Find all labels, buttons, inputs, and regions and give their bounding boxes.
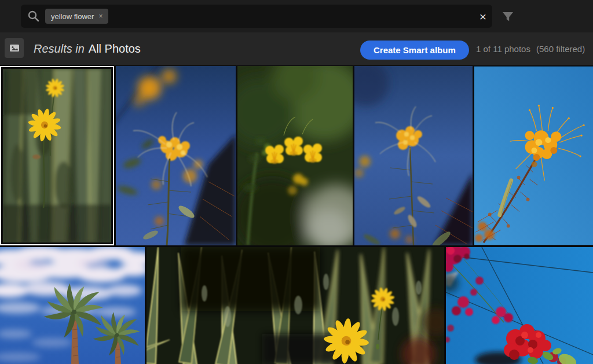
lightroom-search-results-screen: yellow flower × × Results inAll Photos C… <box>0 0 593 364</box>
search-input[interactable]: yellow flower × × <box>21 5 492 28</box>
chip-remove-icon[interactable]: × <box>98 13 103 20</box>
photo-thumbnail[interactable] <box>474 66 593 245</box>
results-scope: All Photos <box>89 42 141 55</box>
search-icon <box>27 10 40 23</box>
count-text: 1 of 11 photos <box>476 44 530 54</box>
photo-thumbnail[interactable] <box>0 247 145 364</box>
photo-thumbnail[interactable] <box>116 66 236 245</box>
filter-button[interactable] <box>500 10 515 24</box>
create-smart-album-button[interactable]: Create Smart album <box>360 41 469 60</box>
photo-thumbnail[interactable] <box>0 66 114 245</box>
results-header: Results inAll Photos Create Smart album … <box>0 32 593 65</box>
search-term-chip[interactable]: yellow flower × <box>45 9 108 24</box>
photo-icon <box>9 43 20 53</box>
funnel-icon <box>502 12 514 23</box>
search-bar: yellow flower × × <box>0 0 593 32</box>
clear-search-button[interactable]: × <box>479 10 486 23</box>
filtered-count: (560 filtered) <box>536 44 585 54</box>
photo-count: 1 of 11 photos(560 filtered) <box>476 32 585 65</box>
page-title: Results inAll Photos <box>34 32 141 65</box>
search-term-label: yellow flower <box>51 12 94 21</box>
photo-thumbnail[interactable] <box>237 66 353 245</box>
photo-thumbnail[interactable] <box>446 247 593 364</box>
photo-thumbnail[interactable] <box>147 247 444 364</box>
photo-thumbnail[interactable] <box>354 66 473 245</box>
grid-view-button[interactable] <box>5 38 24 58</box>
results-prefix: Results in <box>34 42 85 55</box>
